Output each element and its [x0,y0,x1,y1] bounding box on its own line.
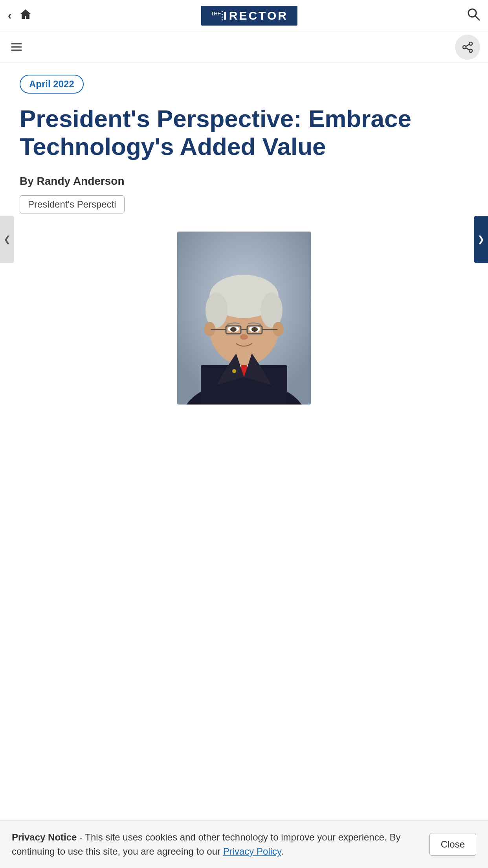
svg-line-1 [475,16,479,20]
article-author: By Randy Anderson [20,175,468,188]
back-button[interactable]: ‹ [8,9,11,22]
svg-line-5 [466,44,469,46]
menu-button[interactable] [8,40,25,54]
svg-point-2 [469,42,472,45]
logo-d: I [222,9,228,22]
logo-lines [222,11,223,21]
share-button[interactable] [455,35,480,60]
svg-point-32 [232,369,236,373]
category-tag[interactable]: President's Perspecti [20,195,125,213]
svg-point-3 [463,46,466,49]
svg-point-29 [240,334,248,340]
logo-text: THE IRECTOR [211,9,288,22]
search-button[interactable] [467,7,480,24]
site-logo: THE IRECTOR [201,6,297,26]
svg-point-22 [230,327,237,332]
logo-rest: RECTOR [229,9,288,22]
svg-line-6 [466,48,469,50]
article-main: ❮ ❯ April 2022 President's Perspective: … [0,63,488,416]
article-title: President's Perspective: Embrace Technol… [20,105,468,161]
author-photo-svg [177,232,311,405]
nav-left-group: ‹ [8,8,32,23]
author-image [177,232,311,405]
author-image-container [20,232,468,405]
svg-point-23 [251,327,258,332]
logo-the: THE [211,11,221,17]
second-navigation [0,31,488,63]
home-button[interactable] [19,8,32,23]
svg-point-4 [469,49,472,52]
left-arrow-icon: ❮ [4,234,11,245]
top-navigation: ‹ THE IRECTOR [0,0,488,31]
next-article-button[interactable]: ❯ [474,216,488,263]
logo-container: THE IRECTOR [201,6,297,26]
date-badge: April 2022 [20,75,84,94]
prev-article-button[interactable]: ❮ [0,216,14,263]
right-arrow-icon: ❯ [477,234,484,245]
